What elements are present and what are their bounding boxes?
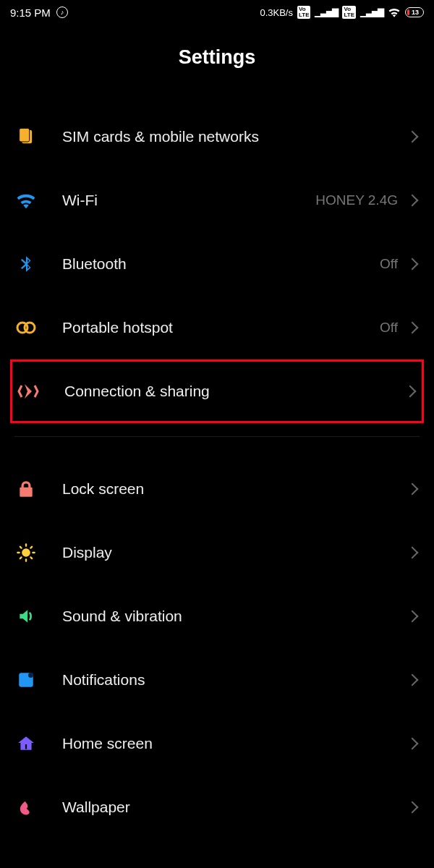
settings-label: Lock screen bbox=[39, 480, 408, 498]
settings-value: HONEY 2.4G bbox=[315, 192, 408, 208]
settings-row-wallpaper[interactable]: Wallpaper bbox=[13, 775, 421, 839]
volte-icon-1: VoLTE bbox=[297, 6, 311, 19]
chevron-right-icon bbox=[407, 322, 419, 334]
settings-row-connection[interactable]: Connection & sharing bbox=[10, 359, 424, 423]
notifications-icon bbox=[13, 671, 39, 689]
chevron-right-icon bbox=[407, 131, 419, 143]
settings-row-lock[interactable]: Lock screen bbox=[13, 457, 421, 521]
chevron-right-icon bbox=[407, 258, 419, 271]
chevron-right-icon bbox=[407, 674, 419, 686]
chevron-right-icon bbox=[407, 547, 419, 559]
display-icon bbox=[13, 542, 39, 563]
home-icon bbox=[13, 734, 39, 753]
chevron-right-icon bbox=[407, 738, 419, 750]
settings-row-hotspot[interactable]: Portable hotspot Off bbox=[13, 296, 421, 359]
volte-icon-2: VoLTE bbox=[342, 6, 356, 19]
chevron-right-icon bbox=[404, 386, 417, 398]
settings-label: Home screen bbox=[39, 735, 408, 752]
status-data-rate: 0.3KB/s bbox=[260, 7, 293, 18]
bluetooth-icon bbox=[13, 253, 39, 275]
chevron-right-icon bbox=[407, 195, 419, 207]
sim-icon bbox=[13, 127, 39, 147]
divider bbox=[14, 436, 420, 437]
settings-row-home[interactable]: Home screen bbox=[13, 712, 421, 775]
signal-icon-1: ▁▃▅▇ bbox=[315, 7, 338, 17]
wifi-icon bbox=[13, 192, 39, 209]
chevron-right-icon bbox=[407, 801, 419, 814]
settings-label: Notifications bbox=[39, 671, 408, 689]
settings-label: Wi-Fi bbox=[39, 192, 315, 209]
settings-value: Off bbox=[380, 320, 408, 336]
svg-line-10 bbox=[30, 557, 32, 558]
battery-icon: 13 bbox=[405, 7, 424, 17]
connection-icon bbox=[15, 382, 41, 401]
sound-icon bbox=[13, 607, 39, 626]
settings-row-display[interactable]: Display bbox=[13, 521, 421, 584]
settings-value: Off bbox=[380, 256, 408, 272]
settings-label: SIM cards & mobile networks bbox=[39, 128, 408, 145]
svg-point-4 bbox=[22, 548, 30, 557]
settings-row-sim[interactable]: SIM cards & mobile networks bbox=[13, 105, 421, 169]
page-title: Settings bbox=[0, 25, 434, 105]
settings-row-sound[interactable]: Sound & vibration bbox=[13, 584, 421, 648]
settings-label: Sound & vibration bbox=[39, 608, 408, 625]
settings-row-notifications[interactable]: Notifications bbox=[13, 648, 421, 712]
svg-line-12 bbox=[30, 547, 32, 548]
wifi-status-icon bbox=[388, 7, 401, 17]
status-right: 0.3KB/s VoLTE ▁▃▅▇ VoLTE ▁▃▅▇ 13 bbox=[260, 6, 424, 19]
battery-level: 13 bbox=[412, 9, 419, 16]
settings-label: Bluetooth bbox=[39, 255, 380, 273]
settings-row-wifi[interactable]: Wi-Fi HONEY 2.4G bbox=[13, 169, 421, 232]
wallpaper-icon bbox=[13, 797, 39, 817]
settings-label: Display bbox=[39, 544, 408, 561]
svg-line-11 bbox=[20, 557, 22, 558]
chevron-right-icon bbox=[407, 483, 419, 495]
status-time: 9:15 PM bbox=[10, 7, 51, 19]
music-icon: ♪ bbox=[56, 7, 68, 18]
svg-rect-1 bbox=[20, 128, 30, 142]
status-bar: 9:15 PM ♪ 0.3KB/s VoLTE ▁▃▅▇ VoLTE ▁▃▅▇ … bbox=[0, 0, 434, 25]
settings-label: Portable hotspot bbox=[39, 319, 380, 336]
settings-row-bluetooth[interactable]: Bluetooth Off bbox=[13, 232, 421, 296]
chevron-right-icon bbox=[407, 610, 419, 623]
svg-point-3 bbox=[25, 323, 35, 333]
svg-point-14 bbox=[28, 673, 33, 678]
status-left: 9:15 PM ♪ bbox=[10, 7, 68, 19]
settings-label: Connection & sharing bbox=[41, 383, 406, 400]
hotspot-icon bbox=[13, 319, 39, 336]
settings-label: Wallpaper bbox=[39, 799, 408, 816]
signal-icon-2: ▁▃▅▇ bbox=[360, 7, 383, 17]
svg-line-9 bbox=[20, 547, 22, 548]
settings-list: SIM cards & mobile networks Wi-Fi HONEY … bbox=[0, 105, 434, 839]
lock-icon bbox=[13, 479, 39, 499]
